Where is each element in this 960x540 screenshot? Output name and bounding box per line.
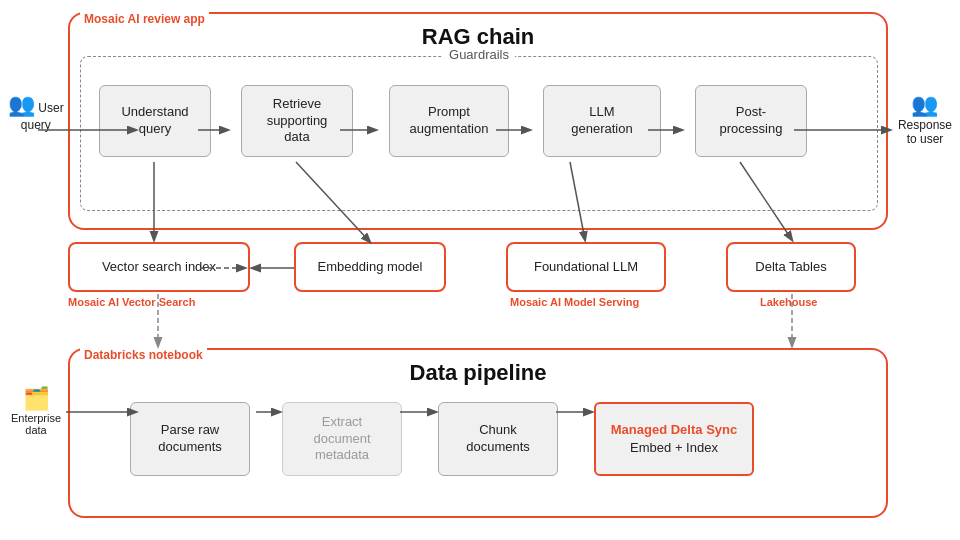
pipeline-container: Databricks notebook Data pipeline Parse … [68, 348, 888, 518]
foundational-label: Mosaic AI Model Serving [510, 296, 639, 308]
process-prompt: Prompt augmentation [389, 85, 509, 157]
pipeline-chunk: Chunk documents [438, 402, 558, 476]
enterprise-icon: 🗂️ [8, 386, 64, 412]
enterprise-data: 🗂️ Enterprise data [8, 386, 64, 436]
rag-chain-container: Mosaic AI review app RAG chain Guardrail… [68, 12, 888, 230]
delta-tables-label: Lakehouse [760, 296, 817, 308]
user-icon: 👥 [8, 92, 35, 117]
process-llm: LLM generation [543, 85, 661, 157]
component-delta-tables: Delta Tables [726, 242, 856, 292]
pipeline-title: Data pipeline [70, 360, 886, 386]
diagram: Mosaic AI review app RAG chain Guardrail… [0, 0, 960, 540]
vector-label: Mosaic AI Vector Search [68, 296, 195, 308]
pipeline-managed-delta: Managed Delta SyncEmbed + Index [594, 402, 754, 476]
response-icon: 👥 [911, 92, 938, 117]
guardrails-label: Guardrails [443, 47, 515, 62]
guardrails-box: Guardrails Understand query Retrieve sup… [80, 56, 878, 211]
component-embedding: Embedding model [294, 242, 446, 292]
process-understand: Understand query [99, 85, 211, 157]
process-retrieve: Retrieve supporting data [241, 85, 353, 157]
component-foundational: Foundational LLM [506, 242, 666, 292]
process-post: Post- processing [695, 85, 807, 157]
user-query: 👥 User query [8, 92, 64, 132]
response-user: 👥 Response to user [898, 92, 952, 146]
pipeline-extract: Extract document metadata [282, 402, 402, 476]
pipeline-parse: Parse raw documents [130, 402, 250, 476]
component-vector: Vector search index [68, 242, 250, 292]
